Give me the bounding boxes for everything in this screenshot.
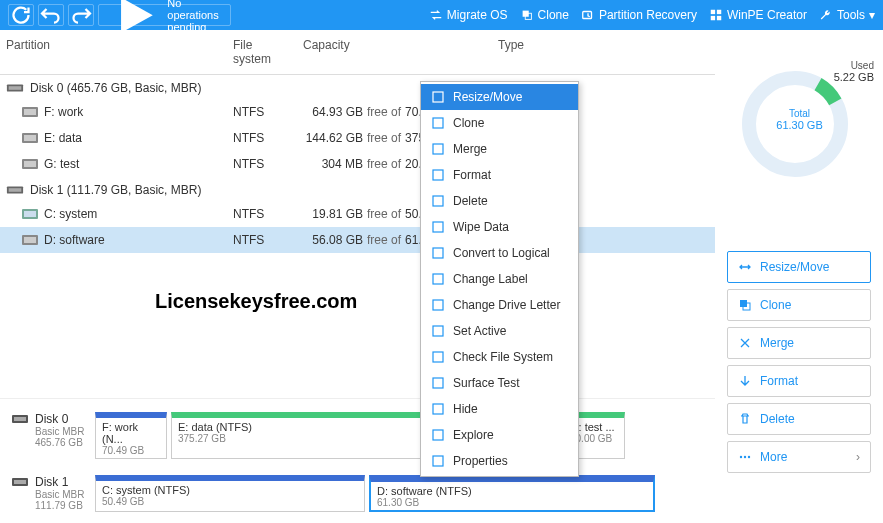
menu-item-icon	[431, 90, 445, 104]
disk-header[interactable]: Disk 1 (111.79 GB, Basic, MBR)	[0, 177, 715, 201]
disk-map-partition[interactable]: C: system (NTFS)50.49 GB	[95, 475, 365, 512]
action-icon	[738, 336, 752, 350]
disk-header[interactable]: Disk 0 (465.76 GB, Basic, MBR)	[0, 75, 715, 99]
context-menu-item[interactable]: Surface Test	[421, 370, 578, 396]
redo-button[interactable]	[68, 4, 94, 26]
svg-rect-34	[433, 144, 443, 154]
action-button[interactable]: Delete	[727, 403, 871, 435]
action-icon	[738, 374, 752, 388]
context-menu-item[interactable]: Check File System	[421, 344, 578, 370]
context-menu-item[interactable]: Format	[421, 162, 578, 188]
svg-rect-24	[14, 480, 26, 484]
disk-map-partition[interactable]: F: work (N...70.49 GB	[95, 412, 167, 459]
svg-rect-41	[433, 326, 443, 336]
chevron-down-icon: ▾	[869, 8, 875, 22]
drive-icon	[22, 159, 38, 169]
disk-icon	[6, 184, 24, 196]
context-menu-item[interactable]: Set Active	[421, 318, 578, 344]
used-label: Used	[834, 60, 874, 71]
context-menu-item[interactable]: Delete	[421, 188, 578, 214]
action-button[interactable]: Resize/Move	[727, 251, 871, 283]
context-menu-item[interactable]: Merge	[421, 136, 578, 162]
partition-row-selected[interactable]: D: software NTFS 56.08 GBfree of61.3	[0, 227, 715, 253]
migrate-icon	[429, 8, 443, 22]
table-header: Partition File system Capacity Type	[0, 30, 715, 75]
svg-rect-22	[14, 417, 26, 421]
partition-recovery-button[interactable]: Partition Recovery	[581, 8, 697, 22]
action-button[interactable]: Format	[727, 365, 871, 397]
toolbar: No operations pending Migrate OS Clone P…	[0, 0, 883, 30]
svg-rect-18	[24, 211, 36, 217]
total-value: 61.30 GB	[776, 118, 822, 130]
svg-rect-12	[24, 135, 36, 141]
pending-label: No operations pending	[167, 0, 221, 33]
tools-button[interactable]: Tools ▾	[819, 8, 875, 22]
undo-button[interactable]	[38, 4, 64, 26]
context-menu-item[interactable]: Explore	[421, 422, 578, 448]
refresh-icon	[9, 3, 33, 27]
disk-map-row[interactable]: Disk 1 Basic MBR 111.79 GB C: system (NT…	[6, 470, 709, 517]
clone-button[interactable]: Clone	[520, 8, 569, 22]
disk-map-row[interactable]: Disk 0 Basic MBR 465.76 GB F: work (N...…	[6, 407, 709, 464]
refresh-button[interactable]	[8, 4, 34, 26]
svg-rect-4	[717, 10, 721, 14]
context-menu-item[interactable]: Hide	[421, 396, 578, 422]
partition-row[interactable]: E: data NTFS 144.62 GBfree of375	[0, 125, 715, 151]
winpe-creator-button[interactable]: WinPE Creator	[709, 8, 807, 22]
svg-rect-6	[717, 16, 721, 20]
context-menu-item[interactable]: Wipe Data	[421, 214, 578, 240]
disk-map-partition[interactable]: D: software (NTFS)61.30 GB	[369, 475, 655, 512]
column-filesystem[interactable]: File system	[227, 30, 297, 74]
partition-row[interactable]: C: system NTFS 19.81 GBfree of50.4 Activ…	[0, 201, 715, 227]
column-partition[interactable]: Partition	[0, 30, 227, 74]
svg-point-30	[744, 456, 746, 458]
svg-rect-42	[433, 352, 443, 362]
svg-rect-35	[433, 170, 443, 180]
drive-icon	[22, 235, 38, 245]
menu-item-icon	[431, 376, 445, 390]
context-menu-item[interactable]: Change Label	[421, 266, 578, 292]
partition-row[interactable]: F: work NTFS 64.93 GBfree of70.4	[0, 99, 715, 125]
action-button[interactable]: More›	[727, 441, 871, 473]
column-type[interactable]: Type	[492, 30, 715, 74]
drive-icon	[22, 209, 38, 219]
svg-rect-46	[433, 456, 443, 466]
partition-table: Disk 0 (465.76 GB, Basic, MBR) F: work N…	[0, 75, 715, 398]
svg-rect-2	[583, 12, 592, 19]
action-icon	[738, 260, 752, 274]
svg-rect-33	[433, 118, 443, 128]
menu-item-icon	[431, 324, 445, 338]
context-menu: Resize/MoveCloneMergeFormatDeleteWipe Da…	[420, 81, 579, 477]
undo-icon	[39, 3, 63, 27]
action-button[interactable]: Clone	[727, 289, 871, 321]
partition-row[interactable]: G: test NTFS 304 MBfree of20.0	[0, 151, 715, 177]
context-menu-item[interactable]: Convert to Logical	[421, 240, 578, 266]
menu-item-icon	[431, 350, 445, 364]
svg-rect-20	[24, 237, 36, 243]
migrate-os-button[interactable]: Migrate OS	[429, 8, 508, 22]
redo-icon	[69, 3, 93, 27]
menu-item-icon	[431, 298, 445, 312]
svg-rect-38	[433, 248, 443, 258]
disk-map: Disk 0 Basic MBR 465.76 GB F: work (N...…	[0, 398, 715, 523]
action-button[interactable]: Merge	[727, 327, 871, 359]
column-capacity[interactable]: Capacity	[297, 30, 492, 74]
wrench-icon	[819, 8, 833, 22]
context-menu-item[interactable]: Resize/Move	[421, 84, 578, 110]
svg-rect-39	[433, 274, 443, 284]
menu-item-icon	[431, 168, 445, 182]
svg-rect-36	[433, 196, 443, 206]
svg-rect-43	[433, 378, 443, 388]
chevron-right-icon: ›	[856, 450, 860, 464]
svg-rect-44	[433, 404, 443, 414]
svg-rect-40	[433, 300, 443, 310]
menu-item-icon	[431, 402, 445, 416]
pending-operations-button[interactable]: No operations pending	[98, 4, 231, 26]
context-menu-item[interactable]: Change Drive Letter	[421, 292, 578, 318]
right-panel: Used 5.22 GB Total 61.30 GB Resize/MoveC…	[715, 30, 883, 523]
disk-icon	[11, 412, 29, 426]
svg-rect-3	[711, 10, 715, 14]
context-menu-item[interactable]: Properties	[421, 448, 578, 474]
context-menu-item[interactable]: Clone	[421, 110, 578, 136]
disk-icon	[6, 82, 24, 94]
